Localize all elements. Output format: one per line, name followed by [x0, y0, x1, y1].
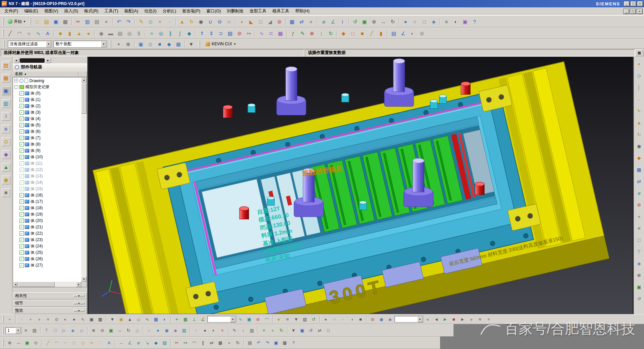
zoom-icon[interactable]: ⊕ [635, 271, 643, 279]
symbol-icon[interactable]: ◆ [152, 339, 160, 347]
edge-blend-icon[interactable]: ◗ [237, 17, 246, 26]
view-top-icon[interactable]: ⊤ [635, 248, 643, 256]
pmi-icon[interactable]: ∠ [399, 29, 408, 38]
wcs-dynamics-icon[interactable]: ＋ [635, 213, 643, 221]
toolbar-grip[interactable] [110, 40, 111, 48]
view-front-icon[interactable]: □ [635, 236, 643, 244]
tree-item-body[interactable]: ✓体 (15) [13, 186, 81, 192]
navigator-tab-handle[interactable] [20, 58, 45, 63]
zoom-out-icon[interactable]: ⊖ [98, 327, 106, 335]
extrude-icon[interactable]: ▲ [178, 17, 186, 26]
draft-icon[interactable]: ◢ [266, 17, 274, 26]
vertical-scroll-thumb[interactable] [81, 83, 87, 114]
select-component-icon[interactable]: ▦ [174, 40, 183, 48]
system-scenes-icon[interactable]: ■ [1, 188, 11, 197]
sew-icon[interactable]: ⊃ [216, 29, 225, 38]
fillet-curve-icon[interactable]: ◠ [190, 339, 198, 347]
face-rule-icon[interactable]: ▣ [245, 315, 253, 323]
previous-step-icon[interactable]: ◄ [432, 315, 440, 323]
extrude-icon[interactable]: ▲ [635, 119, 643, 127]
menu-item[interactable]: 刘鹏制造 [224, 7, 247, 15]
text-curve-icon[interactable]: A [43, 29, 52, 38]
paste-icon[interactable]: ▧ [93, 17, 101, 26]
enable-snap-icon[interactable]: ⌖ [6, 315, 14, 323]
tree-item-body[interactable]: ✓体 (6) [13, 128, 81, 135]
copy-icon[interactable]: ▥ [83, 17, 92, 26]
wcs-display-icon[interactable]: ⌖ [260, 327, 268, 335]
visibility-checkbox[interactable]: ✓ [19, 193, 24, 197]
magnify-icon[interactable]: ⊕ [124, 40, 132, 48]
measure-angle-icon[interactable]: ∠ [329, 17, 337, 26]
hatch-icon[interactable]: ▨ [161, 339, 169, 347]
chevron-down-icon[interactable]: ▼ [230, 316, 235, 322]
cavity-layout-icon[interactable]: □ [348, 29, 357, 38]
spline-tool-icon[interactable]: ∿ [88, 339, 96, 347]
navigator-forward-button[interactable]: ► [45, 58, 51, 63]
datum-csys-icon[interactable]: ⌖ [635, 60, 643, 68]
ortho-toggle-icon[interactable]: ⊥ [190, 315, 198, 323]
visible-layers-icon[interactable]: ≡ [22, 327, 30, 335]
visibility-checkbox[interactable]: ✓ [19, 250, 24, 255]
offset-curve-icon[interactable]: ∥ [199, 339, 207, 347]
reorder-feature-icon[interactable]: ↕ [317, 29, 326, 38]
edit-feature-icon[interactable]: ✎ [298, 29, 307, 38]
view-sync-icon[interactable]: ⇄ [316, 327, 324, 335]
polygon-select-icon[interactable]: ◇ [135, 315, 143, 323]
object-info-icon[interactable]: i [338, 17, 347, 26]
intersect-icon[interactable]: ∩ [225, 17, 233, 26]
pattern-curve-icon[interactable]: ▦ [216, 339, 224, 347]
tree-item-body[interactable]: ✓体 (9) [13, 148, 81, 154]
minimize-button[interactable]: _ [624, 1, 630, 6]
save-icon[interactable]: ▣ [52, 17, 60, 26]
child-restore-button[interactable]: □ [630, 9, 636, 14]
scroll-right-icon[interactable]: ► [76, 282, 81, 287]
studio-render-icon[interactable]: ◈ [171, 327, 179, 335]
tree-item-body[interactable]: ✓体 (21) [13, 224, 81, 230]
snap-point-on-curve-icon[interactable]: ∿ [79, 315, 87, 323]
layer-settings-icon[interactable]: ≡ [442, 17, 451, 26]
visibility-checkbox[interactable]: ✓ [19, 206, 24, 210]
selection-scope-combo[interactable]: 整个装配 ▼ [53, 41, 107, 48]
navigator-section-1[interactable]: 细节▼ [13, 300, 87, 307]
orient-view-iso-icon[interactable]: ◈ [69, 327, 77, 335]
view-front-icon[interactable]: □ [420, 17, 429, 26]
edge-blend-icon[interactable]: ◆ [635, 154, 643, 162]
scroll-down-icon[interactable]: ▼ [81, 277, 87, 282]
wcs-orient-icon[interactable]: ＋ [269, 327, 277, 335]
toolbar-grip[interactable] [30, 18, 31, 25]
color-filter-icon[interactable]: ● [275, 315, 283, 323]
visibility-checkbox[interactable]: ✓ [19, 187, 24, 191]
snap-grid-icon[interactable]: ▦ [96, 315, 104, 323]
zoom-icon[interactable]: ⊕ [370, 17, 378, 26]
extend-curve-icon[interactable]: ↦ [181, 339, 190, 347]
horizontal-scrollbar[interactable]: ◄ ► [13, 282, 81, 287]
snap-point-icon[interactable]: ⌖ [114, 40, 123, 48]
scroll-up-icon[interactable]: ▲ [81, 77, 87, 82]
rectangle-tool-icon[interactable]: □ [70, 339, 78, 347]
trim-sheet-icon[interactable]: ⊘ [235, 29, 244, 38]
view-iso-icon[interactable]: ◈ [635, 259, 643, 268]
chevron-down-icon[interactable]: ▼ [15, 328, 21, 333]
child-close-button[interactable]: × [637, 9, 643, 14]
toolbar-grip[interactable] [3, 30, 4, 37]
roles-icon[interactable]: ◉ [1, 175, 11, 185]
orient-view-front-icon[interactable]: □ [51, 327, 59, 335]
chevron-down-icon[interactable]: ▼ [46, 41, 51, 47]
instance-geometry-icon[interactable]: ▦ [276, 29, 285, 38]
view-iso-icon[interactable]: ◈ [429, 17, 438, 26]
redo-icon[interactable]: ↷ [124, 17, 133, 26]
immediate-hide-icon[interactable]: × [218, 327, 226, 335]
track-toggle-icon[interactable]: ∠ [199, 315, 207, 323]
tree-item-body[interactable]: ✓体 (16) [13, 192, 81, 198]
chevron-down-icon[interactable]: ▼ [101, 41, 106, 47]
tree-item-body[interactable]: ✓体 (8) [13, 141, 81, 148]
hd3d-tools-icon[interactable]: i [1, 112, 11, 121]
shaded-mode-icon[interactable]: ● [154, 327, 162, 335]
show-wireframe-icon[interactable]: ○ [330, 315, 338, 323]
menu-item[interactable]: 帮助(H) [292, 7, 312, 15]
object-properties-icon[interactable]: ▤ [246, 339, 254, 347]
wave-link-icon[interactable]: ∿ [257, 29, 266, 38]
toolbar-grip[interactable] [3, 339, 4, 347]
process-studio-icon[interactable]: ◆ [1, 150, 11, 159]
polygon-tool-icon[interactable]: ◇ [79, 339, 87, 347]
